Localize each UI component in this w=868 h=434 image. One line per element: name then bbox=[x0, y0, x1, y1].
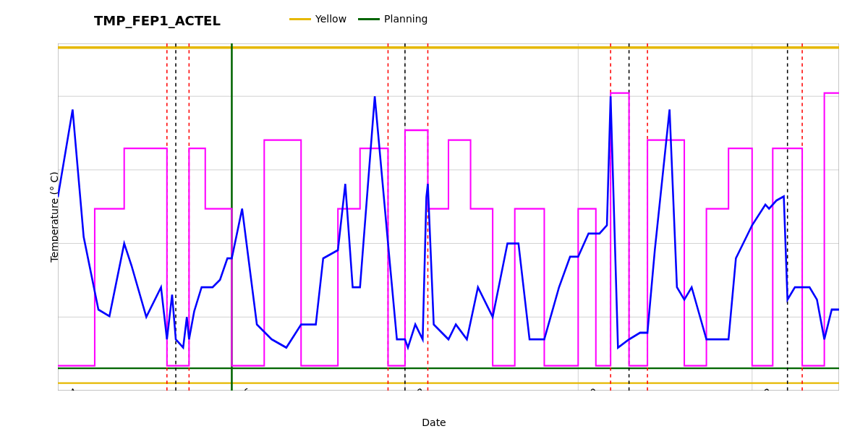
legend: Yellow Planning bbox=[289, 13, 427, 25]
chart-title: TMP_FEP1_ACTEL bbox=[94, 13, 221, 28]
main-chart: 0 10 20 30 40 40 60 80 100 120 140 160 1… bbox=[58, 43, 839, 391]
legend-yellow-label: Yellow bbox=[315, 13, 346, 25]
legend-yellow-line bbox=[289, 18, 311, 20]
legend-planning-label: Planning bbox=[384, 13, 427, 25]
legend-yellow: Yellow bbox=[289, 13, 346, 25]
legend-planning-line bbox=[358, 18, 380, 20]
chart-container: TMP_FEP1_ACTEL Yellow Planning Temperatu… bbox=[0, 0, 868, 434]
legend-planning: Planning bbox=[358, 13, 427, 25]
x-axis-label: Date bbox=[422, 417, 446, 428]
